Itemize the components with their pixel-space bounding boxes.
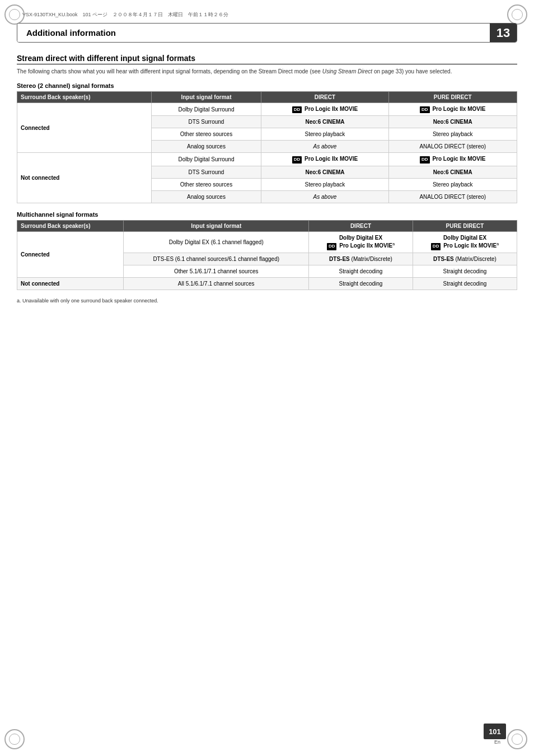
stereo-subsection-heading: Stereo (2 channel) signal formats xyxy=(17,82,517,89)
multi-pure-4: Straight decoding xyxy=(413,277,517,290)
stereo-input-8: Analog sources xyxy=(151,190,261,203)
stereo-input-2: DTS Surround xyxy=(151,116,261,128)
multi-direct-1: Dolby Digital EX DD Pro Logic IIx MOVIEa xyxy=(309,231,413,253)
stereo-pure-5: DD Pro Logic IIx MOVIE xyxy=(388,153,517,166)
multi-pure-3: Straight decoding xyxy=(413,265,517,277)
stereo-direct-7: Stereo playback xyxy=(261,178,388,190)
stereo-pure-8: ANALOG DIRECT (stereo) xyxy=(388,190,517,203)
stereo-col-direct: DIRECT xyxy=(261,92,388,103)
stereo-direct-1: DD Pro Logic IIx MOVIE xyxy=(261,103,388,116)
stereo-input-4: Analog sources xyxy=(151,141,261,153)
multi-input-1: Dolby Digital EX (6.1 channel flagged) xyxy=(124,231,309,253)
stereo-pure-2: Neo:6 CINEMA xyxy=(388,116,517,128)
stereo-pure-4: ANALOG DIRECT (stereo) xyxy=(388,141,517,153)
stereo-pure-7: Stereo playback xyxy=(388,178,517,190)
stereo-col-speaker: Surround Back speaker(s) xyxy=(17,92,152,103)
corner-decoration-br xyxy=(507,729,530,752)
pro-logic-badge-6: DD xyxy=(431,243,441,250)
multi-speaker-not-connected: Not connected xyxy=(17,277,124,290)
section-description: The following charts show what you will … xyxy=(17,68,517,76)
stereo-table: Surround Back speaker(s) Input signal fo… xyxy=(17,91,517,203)
stereo-input-1: Dolby Digital Surround xyxy=(151,103,261,116)
multi-col-pure-direct: PURE DIRECT xyxy=(413,220,517,231)
multichannel-table: Surround Back speaker(s) Input signal fo… xyxy=(17,220,517,290)
file-header: VSX-9130TXH_KU.book 101 ページ ２００８年４月１７日 木… xyxy=(17,11,517,18)
table-row: Connected Dolby Digital EX (6.1 channel … xyxy=(17,231,517,253)
stereo-direct-5: DD Pro Logic IIx MOVIE xyxy=(261,153,388,166)
chapter-title-box: Additional information xyxy=(17,24,490,42)
chapter-title: Additional information xyxy=(26,28,116,38)
multi-direct-3: Straight decoding xyxy=(309,265,413,277)
stereo-direct-1-text: Pro Logic IIx MOVIE xyxy=(303,106,358,112)
stereo-pure-3: Stereo playback xyxy=(388,128,517,141)
multi-input-3: Other 5.1/6.1/7.1 channel sources xyxy=(124,265,309,277)
stereo-input-3: Other stereo sources xyxy=(151,128,261,141)
chapter-number-box: 13 xyxy=(490,24,517,42)
stereo-pure-6: Neo:6 CINEMA xyxy=(388,166,517,178)
multi-speaker-connected: Connected xyxy=(17,231,124,277)
multi-col-direct: DIRECT xyxy=(309,220,413,231)
stereo-direct-3: Stereo playback xyxy=(261,128,388,141)
page-lang: En xyxy=(494,739,500,745)
page-number: 101 xyxy=(484,724,506,739)
multi-direct-2: DTS-ES (Matrix/Discrete) xyxy=(309,253,413,265)
table-row: Not connected All 5.1/6.1/7.1 channel so… xyxy=(17,277,517,290)
stereo-direct-5-text: Pro Logic IIx MOVIE xyxy=(303,156,358,162)
pro-logic-badge-5: DD xyxy=(327,243,337,250)
stereo-direct-2: Neo:6 CINEMA xyxy=(261,116,388,128)
stereo-speaker-connected: Connected xyxy=(17,103,152,153)
multi-pure-1: Dolby Digital EX DD Pro Logic IIx MOVIEa xyxy=(413,231,517,253)
stereo-direct-4: As above xyxy=(261,141,388,153)
stereo-col-pure-direct: PURE DIRECT xyxy=(388,92,517,103)
stereo-pure-1-text: Pro Logic IIx MOVIE xyxy=(431,106,486,112)
pro-logic-badge-1: DD xyxy=(292,106,302,113)
stereo-input-7: Other stereo sources xyxy=(151,178,261,190)
multi-pure-2: DTS-ES (Matrix/Discrete) xyxy=(413,253,517,265)
stereo-speaker-not-connected: Not connected xyxy=(17,153,152,203)
section-description-italic: Using Stream Direct xyxy=(322,68,372,74)
section-title: Stream direct with different input signa… xyxy=(17,54,517,64)
multi-col-speaker: Surround Back speaker(s) xyxy=(17,220,124,231)
page-container: VSX-9130TXH_KU.book 101 ページ ２００８年４月１７日 木… xyxy=(0,0,534,756)
multichannel-subsection-heading: Multichannel signal formats xyxy=(17,211,517,218)
stereo-direct-6: Neo:6 CINEMA xyxy=(261,166,388,178)
pro-logic-badge-3: DD xyxy=(292,156,302,163)
multi-direct-4: Straight decoding xyxy=(309,277,413,290)
stereo-input-5: Dolby Digital Surround xyxy=(151,153,261,166)
multi-input-4: All 5.1/6.1/7.1 channel sources xyxy=(124,277,309,290)
chapter-header: Additional information 13 xyxy=(17,23,517,43)
pro-logic-badge-4: DD xyxy=(420,156,430,163)
footnote: a. Unavailable with only one surround ba… xyxy=(17,298,517,304)
stereo-direct-8: As above xyxy=(261,190,388,203)
pro-logic-badge-2: DD xyxy=(420,106,430,113)
stereo-input-6: DTS Surround xyxy=(151,166,261,178)
stereo-pure-1: DD Pro Logic IIx MOVIE xyxy=(388,103,517,116)
stereo-pure-5-text: Pro Logic IIx MOVIE xyxy=(431,156,486,162)
table-row: Not connected Dolby Digital Surround DD … xyxy=(17,153,517,166)
stereo-col-input: Input signal format xyxy=(151,92,261,103)
table-row: Connected Dolby Digital Surround DD Pro … xyxy=(17,103,517,116)
corner-decoration-bl xyxy=(4,729,27,752)
multi-col-input: Input signal format xyxy=(124,220,309,231)
multi-input-2: DTS-ES (6.1 channel sources/6.1 channel … xyxy=(124,253,309,265)
